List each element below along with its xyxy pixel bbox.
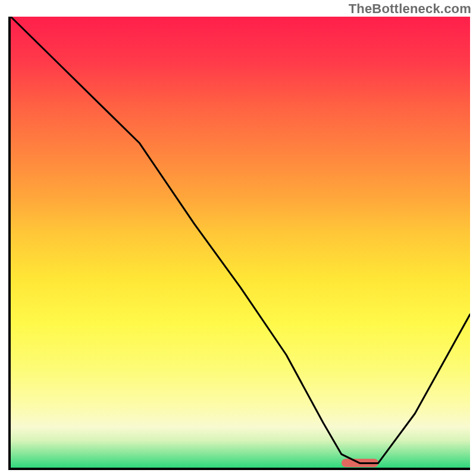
bottleneck-curve	[11, 17, 470, 468]
chart-container: TheBottleneck.com	[0, 0, 476, 476]
plot-area	[8, 17, 470, 470]
watermark-text: TheBottleneck.com	[349, 1, 471, 17]
